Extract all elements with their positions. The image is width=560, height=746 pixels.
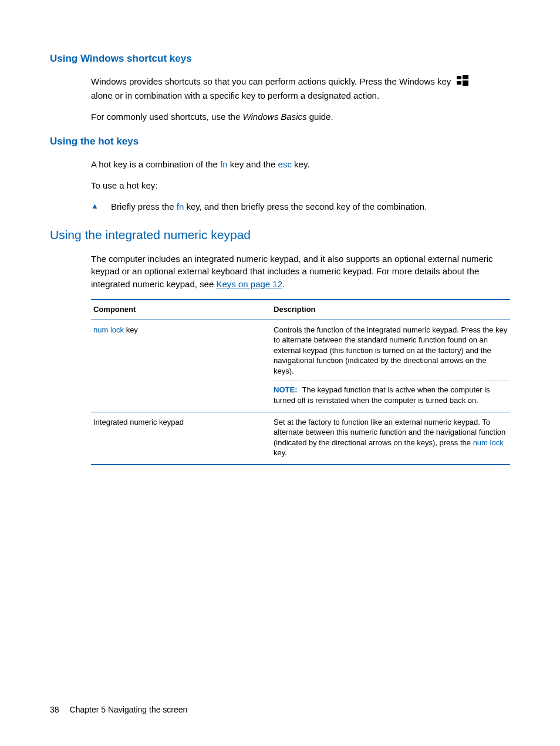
text: Briefly press the bbox=[111, 201, 177, 211]
heading-hot-keys: Using the hot keys bbox=[50, 136, 510, 147]
component-table: Component Description num lock key Contr… bbox=[91, 299, 510, 465]
numlock-key-text: num lock bbox=[93, 325, 124, 334]
note-block: NOTE:The keypad function that is active … bbox=[274, 385, 508, 405]
chapter-title: Chapter 5 Navigating the screen bbox=[70, 705, 188, 714]
windows-basics-italic: Windows Basics bbox=[242, 112, 306, 122]
cell-component: num lock key bbox=[91, 320, 271, 412]
cell-description: Set at the factory to function like an e… bbox=[271, 412, 510, 465]
table-row: num lock key Controls the function of th… bbox=[91, 320, 510, 412]
text: A hot key is a combination of the bbox=[91, 159, 220, 169]
bullet-step: ▲ Briefly press the fn key, and then bri… bbox=[91, 200, 510, 213]
windows-key-icon bbox=[457, 75, 468, 89]
text: Set at the factory to function like an e… bbox=[274, 418, 505, 447]
table-row: Integrated numeric keypad Set at the fac… bbox=[91, 412, 510, 465]
numlock-key-text: num lock bbox=[473, 438, 504, 447]
text: . bbox=[282, 279, 285, 289]
page-number: 38 bbox=[50, 705, 59, 714]
fn-key-text: fn bbox=[177, 201, 184, 211]
note-label: NOTE: bbox=[274, 385, 297, 394]
para-hotkey-def: A hot key is a combination of the fn key… bbox=[91, 158, 510, 171]
text: key and the bbox=[228, 159, 278, 169]
text: key bbox=[124, 325, 138, 334]
page-footer: 38Chapter 5 Navigating the screen bbox=[50, 705, 187, 714]
svg-rect-3 bbox=[463, 80, 468, 86]
text: The computer includes an integrated nume… bbox=[91, 254, 493, 290]
table-header-description: Description bbox=[271, 300, 510, 320]
bullet-text: Briefly press the fn key, and then brief… bbox=[111, 200, 510, 213]
text: Windows provides shortcuts so that you c… bbox=[91, 76, 451, 86]
cell-description: Controls the function of the integrated … bbox=[271, 320, 510, 412]
para-shortcut-2: For commonly used shortcuts, use the Win… bbox=[91, 110, 510, 123]
triangle-bullet-icon: ▲ bbox=[91, 200, 111, 212]
svg-rect-0 bbox=[457, 76, 461, 79]
note-text: The keypad function that is active when … bbox=[274, 385, 490, 405]
heading-numeric-keypad: Using the integrated numeric keypad bbox=[50, 228, 510, 242]
svg-rect-2 bbox=[457, 81, 461, 85]
heading-shortcut-keys: Using Windows shortcut keys bbox=[50, 53, 510, 65]
fn-key-text: fn bbox=[220, 159, 228, 169]
table-header-component: Component bbox=[91, 300, 271, 320]
text: alone or in combination with a specific … bbox=[91, 90, 379, 100]
cell-component: Integrated numeric keypad bbox=[91, 412, 271, 465]
svg-rect-1 bbox=[463, 75, 468, 79]
text: key. bbox=[274, 448, 287, 457]
text: guide. bbox=[307, 112, 333, 122]
esc-key-text: esc bbox=[278, 159, 292, 169]
desc-text: Controls the function of the integrated … bbox=[274, 325, 508, 377]
keys-page-link[interactable]: Keys on page 12 bbox=[216, 279, 282, 289]
text: key. bbox=[292, 159, 310, 169]
para-hotkey-use: To use a hot key: bbox=[91, 179, 510, 192]
text: For commonly used shortcuts, use the bbox=[91, 112, 242, 122]
text: key, and then briefly press the second k… bbox=[184, 201, 427, 211]
para-keypad-intro: The computer includes an integrated nume… bbox=[91, 253, 510, 291]
para-shortcut-1: Windows provides shortcuts so that you c… bbox=[91, 75, 510, 102]
note-separator bbox=[274, 381, 508, 381]
